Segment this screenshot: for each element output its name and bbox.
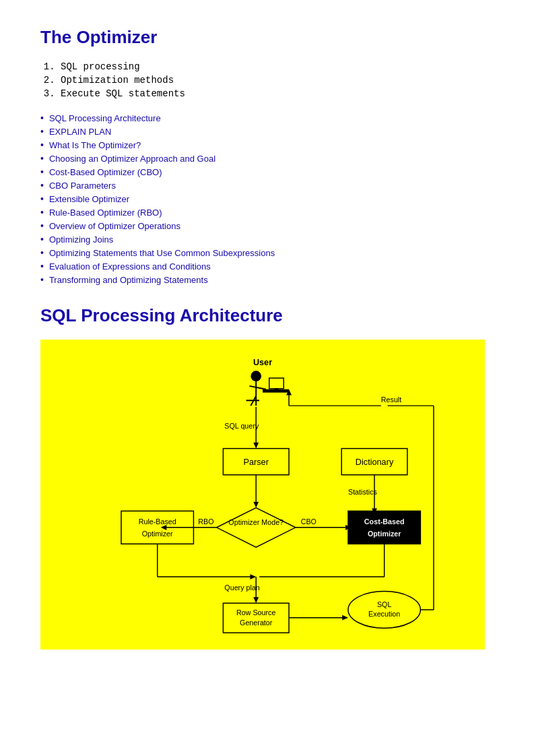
- list-item-2: Optimization methods: [61, 75, 494, 86]
- rbo-label: RBO: [198, 517, 213, 526]
- topic-link-7[interactable]: Rule-Based Optimizer (RBO): [49, 208, 162, 218]
- section2-title: SQL Processing Architecture: [40, 305, 494, 326]
- cbo-box-label1: Cost-Based: [364, 517, 405, 526]
- topic-link-6[interactable]: Extensible Optimizer: [49, 194, 129, 204]
- statistics-label: Statistics: [348, 488, 377, 496]
- user-head: [251, 371, 261, 381]
- optimizer-diamond: [217, 508, 296, 548]
- sql-execution-label1: SQL: [377, 600, 392, 608]
- topic-link-8[interactable]: Overview of Optimizer Operations: [49, 221, 180, 231]
- link-item-11[interactable]: Evaluation of Expressions and Conditions: [40, 261, 494, 272]
- list-item-3: Execute SQL statements: [61, 88, 494, 99]
- query-plan-arrowhead: [253, 597, 259, 603]
- query-plan-label: Query plan: [224, 584, 260, 592]
- sql-query-label: SQL query: [224, 422, 259, 430]
- topic-link-0[interactable]: SQL Processing Architecture: [49, 113, 161, 123]
- link-item-1[interactable]: EXPLAIN PLAN: [40, 126, 494, 137]
- link-item-5[interactable]: CBO Parameters: [40, 180, 494, 191]
- rsg-to-exec-arrowhead: [342, 615, 348, 621]
- link-item-6[interactable]: Extensible Optimizer: [40, 193, 494, 204]
- topic-link-3[interactable]: Choosing an Optimizer Approach and Goal: [49, 154, 215, 164]
- dictionary-label: Dictionary: [356, 458, 394, 467]
- topic-link-2[interactable]: What Is The Optimizer?: [49, 140, 141, 150]
- row-source-box: [223, 603, 289, 633]
- sql-architecture-diagram: User Result SQL query Parser D: [40, 340, 485, 650]
- monitor-stand: [275, 389, 279, 391]
- link-item-12[interactable]: Transforming and Optimizing Statements: [40, 274, 494, 285]
- link-item-3[interactable]: Choosing an Optimizer Approach and Goal: [40, 153, 494, 164]
- parser-label: Parser: [244, 458, 269, 467]
- link-item-9[interactable]: Optimizing Joins: [40, 234, 494, 245]
- topic-link-11[interactable]: Evaluation of Expressions and Conditions: [49, 261, 211, 272]
- result-label: Result: [381, 396, 401, 404]
- topic-link-1[interactable]: EXPLAIN PLAN: [49, 127, 112, 137]
- page-title: The Optimizer: [40, 27, 494, 48]
- monitor: [269, 378, 283, 389]
- cbo-label: CBO: [301, 517, 316, 526]
- topic-link-5[interactable]: CBO Parameters: [49, 181, 116, 191]
- link-item-8[interactable]: Overview of Optimizer Operations: [40, 220, 494, 231]
- link-item-7[interactable]: Rule-Based Optimizer (RBO): [40, 207, 494, 218]
- rbo-box-label2: Optimizer: [142, 530, 173, 538]
- topic-links: SQL Processing ArchitectureEXPLAIN PLANW…: [40, 113, 494, 285]
- row-source-label2: Generator: [240, 619, 273, 627]
- topic-link-10[interactable]: Optimizing Statements that Use Common Su…: [49, 248, 275, 258]
- link-item-0[interactable]: SQL Processing Architecture: [40, 113, 494, 123]
- topic-link-9[interactable]: Optimizing Joins: [49, 234, 113, 245]
- topic-link-12[interactable]: Transforming and Optimizing Statements: [49, 275, 208, 285]
- link-item-2[interactable]: What Is The Optimizer?: [40, 139, 494, 150]
- row-source-label1: Row Source: [236, 608, 275, 617]
- architecture-svg: User Result SQL query Parser D: [54, 353, 471, 636]
- optimizer-mode-label: Optimizer Mode?: [228, 518, 283, 526]
- rbo-join-arrowhead: [250, 574, 256, 579]
- list-item-1: SQL processing: [61, 61, 494, 72]
- cbo-box: [348, 511, 420, 544]
- parser-to-optimizer-arrowhead: [253, 502, 259, 508]
- link-item-4[interactable]: Cost-Based Optimizer (CBO): [40, 166, 494, 177]
- sql-query-arrowhead: [253, 443, 259, 449]
- cbo-box-label2: Optimizer: [368, 530, 401, 538]
- topic-link-4[interactable]: Cost-Based Optimizer (CBO): [49, 167, 162, 177]
- user-label: User: [253, 358, 272, 367]
- user-arms: [249, 386, 265, 389]
- ordered-list: SQL processing Optimization methods Exec…: [61, 61, 494, 99]
- link-item-10[interactable]: Optimizing Statements that Use Common Su…: [40, 247, 494, 258]
- sql-execution-label2: Execution: [368, 610, 400, 618]
- rbo-box-label1: Rule-Based: [139, 517, 176, 526]
